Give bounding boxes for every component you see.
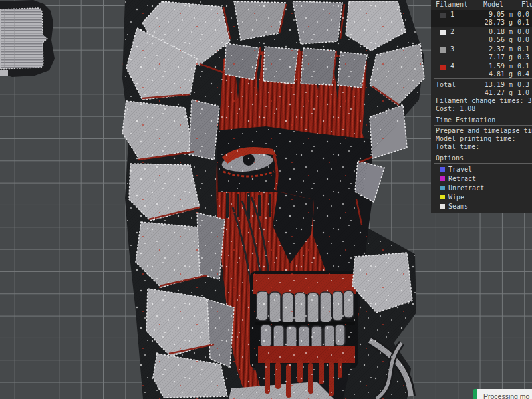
model-printing-time-label: Model printing time: [436,135,515,142]
total-time-label: Total time: [436,143,479,150]
filament-4-id: 4 [450,63,454,70]
retract-color-swatch [440,176,445,181]
wipe-tower[interactable] [0,0,55,77]
processing-toast[interactable]: Processing mo [473,389,532,399]
model-artwork[interactable] [120,0,432,399]
filament-4-swatch [440,65,446,70]
filament-3-id: 3 [450,45,454,53]
wipe-color-swatch [440,195,445,200]
col-header-filament: Filament [436,1,467,8]
wipe-tower-foot [0,70,8,76]
slice-info-panel: Filament Model Flushed 1 9.05 m28.73 g 0… [431,0,532,213]
legend-wipe[interactable]: Wipe [431,194,532,202]
viewport-3d[interactable]: Filament Model Flushed 1 9.05 m28.73 g 0… [0,0,532,399]
legend-travel[interactable]: Travel [431,166,532,174]
filament-row-4[interactable]: 4 1.59 m4.81 g 0.10.4 [431,62,532,78]
prepare-time-label: Prepare and timelapse time: [436,127,532,134]
filament-1-swatch [440,13,446,18]
filament-2-swatch [440,30,446,35]
filament-1-id: 1 [450,11,454,18]
time-estimation-title: Time Estimation [436,116,495,124]
legend-retract[interactable]: Retract [431,175,532,184]
legend-seams[interactable]: Seams [431,203,532,211]
divider [434,9,532,9]
col-header-flushed: Flushed [521,1,532,8]
processing-toast-text: Processing mo [483,392,529,399]
col-header-model: Model [483,1,513,8]
options-title: Options [436,154,464,162]
divider [434,125,532,126]
divider [434,163,532,164]
filament-change-times: Filament change times: 3 [436,97,532,104]
legend-unretract[interactable]: Unretract [431,184,532,193]
filament-3-swatch [440,47,446,53]
filament-row-2[interactable]: 2 0.18 m0.56 g 0.00.0 [431,27,532,44]
filament-row-1[interactable]: 1 9.05 m28.73 g 0.00.1 [431,10,532,27]
unretract-color-swatch [440,186,445,190]
seams-color-swatch [440,204,445,209]
divider [434,78,532,79]
travel-color-swatch [440,167,445,172]
seam-sparkles [120,0,432,399]
filament-2-id: 2 [450,28,454,35]
filament-row-3[interactable]: 3 2.37 m7.17 g 0.10.3 [431,45,532,61]
total-row: Total 13.19 m41.27 g 0.31.0 [431,80,532,97]
cost-value: Cost: 1.08 [436,105,475,112]
total-label: Total [436,81,456,88]
